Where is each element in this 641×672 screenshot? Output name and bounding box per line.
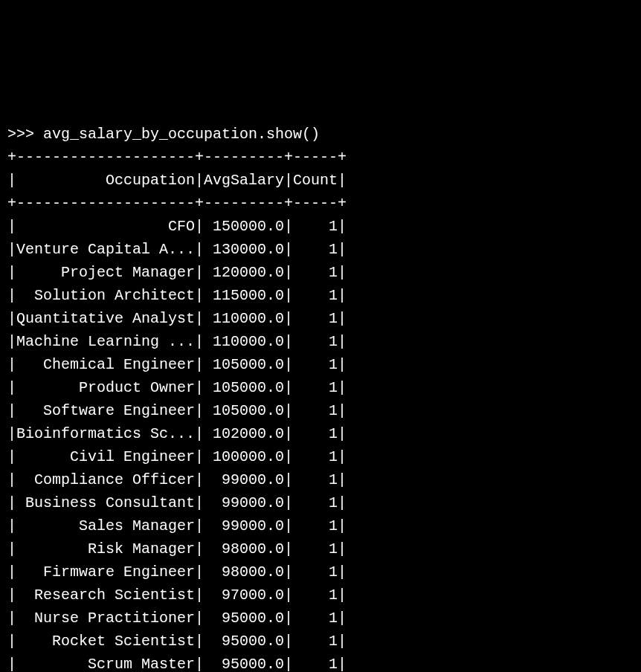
table-border-top: +--------------------+---------+-----+ [7, 149, 347, 166]
terminal-output: >>> avg_salary_by_occupation.show() +---… [7, 100, 634, 672]
table-border-mid: +--------------------+---------+-----+ [7, 195, 347, 212]
table-body: | CFO| 150000.0| 1| |Venture Capital A..… [7, 215, 634, 672]
table-header-row: | Occupation|AvgSalary|Count| [7, 172, 347, 189]
prompt-line: >>> avg_salary_by_occupation.show() [7, 126, 320, 143]
